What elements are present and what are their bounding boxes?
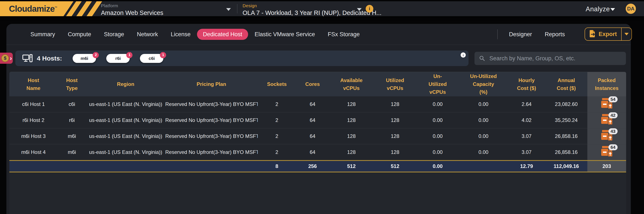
column-header-label: Region — [117, 80, 134, 88]
column-header-available_vcpus[interactable]: Available vCPUs — [329, 72, 374, 96]
chevron-right-icon: › — [10, 55, 12, 61]
tab-fsx-storage[interactable]: FSx Storage — [321, 27, 366, 42]
column-header-unutilized_vcpus[interactable]: Un-Utilized vCPUs — [416, 72, 459, 96]
cell-host_type: r6i — [58, 112, 86, 128]
column-header-sockets[interactable]: Sockets — [258, 72, 296, 96]
column-header-host_type[interactable]: Host Type — [58, 72, 86, 96]
column-header-cores[interactable]: Cores — [296, 72, 329, 96]
search-icon — [479, 55, 485, 61]
column-header-host_name[interactable]: Host Name — [9, 72, 58, 96]
column-header-region[interactable]: Region — [86, 72, 165, 96]
design-caret-icon[interactable] — [357, 8, 362, 11]
cell-sockets: 2 — [258, 112, 296, 128]
cell-packed_instances: 64 — [587, 144, 626, 160]
cell-cores: 64 — [296, 96, 329, 112]
packed-instances-icon[interactable]: 42 — [600, 114, 613, 125]
column-header-packed_instances[interactable]: Packed Instances — [587, 72, 626, 96]
table-row[interactable]: m6i Host 4m6ius-east-1 (US East (N. Virg… — [9, 144, 626, 160]
cell-utilized_vcpus: 128 — [374, 128, 416, 144]
cell-packed_instances: 42 — [587, 112, 626, 128]
platform-value: Amazon Web Services — [101, 9, 163, 17]
nav-reports[interactable]: Reports — [538, 31, 572, 38]
cell-available_vcpus: 128 — [329, 96, 374, 112]
cell-unutilized_capacity: 0.00 — [459, 112, 508, 128]
user-avatar[interactable]: DA — [626, 4, 636, 14]
cell-cores: 64 — [296, 112, 329, 128]
platform-caret-icon[interactable] — [226, 8, 231, 11]
table-row[interactable]: r6i Host 2r6ius-east-1 (US East (N. Virg… — [9, 112, 626, 128]
cell-region: us-east-1 (US East (N. Virginia)) — [86, 112, 165, 128]
nav-divider — [497, 30, 498, 39]
host-computer-icon — [22, 54, 32, 63]
column-header-label: Annual Cost ($) — [555, 76, 578, 92]
tab-license[interactable]: License — [164, 27, 197, 42]
logo-text: Cloudamize™ — [9, 4, 57, 14]
packed-instances-icon[interactable]: 54 — [600, 98, 613, 109]
cell-unutilized_vcpus: 0.00 — [416, 144, 459, 160]
total-region — [86, 160, 165, 172]
total-host_name — [9, 160, 58, 172]
cell-unutilized_vcpus: 0.00 — [416, 128, 459, 144]
cell-annual_cost: 35,250.24 — [545, 112, 587, 128]
design-info-icon[interactable]: i — [366, 5, 373, 13]
column-header-hourly_cost[interactable]: Hourly Cost ($) — [508, 72, 545, 96]
nav-designer[interactable]: Designer — [502, 31, 538, 38]
packed-instances-icon[interactable]: 64 — [600, 146, 613, 157]
table-row[interactable]: c6i Host 1c6ius-east-1 (US East (N. Virg… — [9, 96, 626, 112]
analyze-caret-icon[interactable] — [610, 8, 615, 11]
cell-pricing_plan: Reserved No Upfront(3-Year) BYO MSFT... — [165, 112, 258, 128]
total-available_vcpus: 512 — [329, 160, 374, 172]
packed-instances-icon[interactable]: 43 — [600, 130, 613, 141]
cell-annual_cost: 26,858.16 — [545, 128, 587, 144]
cell-host_name: m6i Host 3 — [9, 128, 58, 144]
design-label: Design — [242, 3, 382, 8]
cell-unutilized_capacity: 0.00 — [459, 96, 508, 112]
cell-host_name: c6i Host 1 — [9, 96, 58, 112]
total-hourly_cost: 12.79 — [508, 160, 545, 172]
export-icon — [589, 30, 596, 38]
cell-sockets: 2 — [258, 128, 296, 144]
cell-packed_instances: 43 — [587, 128, 626, 144]
total-unutilized_vcpus: 0.00 — [416, 160, 459, 172]
column-header-utilized_vcpus[interactable]: Utilized vCPUs — [374, 72, 416, 96]
search-box — [474, 52, 626, 65]
tab-dedicated-host[interactable]: Dedicated Host — [197, 29, 248, 40]
total-packed_instances: 203 — [587, 160, 626, 172]
hosts-info-icon[interactable]: i — [461, 52, 466, 58]
export-main[interactable]: Export — [585, 28, 621, 40]
platform-dropdown[interactable]: Platform Amazon Web Services — [101, 3, 163, 17]
column-header-annual_cost[interactable]: Annual Cost ($) — [545, 72, 587, 96]
chip-r6i[interactable]: r6i1 — [106, 54, 130, 63]
cell-unutilized_vcpus: 0.00 — [416, 96, 459, 112]
total-annual_cost: 112,049.16 — [545, 160, 587, 172]
cell-available_vcpus: 128 — [329, 112, 374, 128]
export-button[interactable]: Export — [584, 28, 632, 41]
cost-side-tab[interactable]: $ › — [0, 53, 13, 64]
search-input[interactable] — [489, 55, 618, 62]
export-label: Export — [599, 31, 617, 38]
dollar-coin-icon: $ — [1, 54, 9, 62]
column-header-pricing_plan[interactable]: Pricing Plan — [165, 72, 258, 96]
tab-storage[interactable]: Storage — [98, 27, 130, 42]
tab-summary[interactable]: Summary — [24, 27, 62, 42]
analyze-menu[interactable]: Analyze — [586, 5, 610, 13]
cell-pricing_plan: Reserved No Upfront(3-Year) BYO MSFT... — [165, 144, 258, 160]
tab-compute[interactable]: Compute — [62, 27, 98, 42]
tab-elastic-vmware-service[interactable]: Elastic VMware Service — [248, 27, 321, 42]
chip-m6i[interactable]: m6i2 — [72, 54, 96, 63]
column-header-unutilized_capacity[interactable]: Un-Utilized Capacity (%) — [459, 72, 508, 96]
export-dropdown-caret[interactable] — [621, 28, 632, 40]
table-header-row: Host NameHost TypeRegionPricing PlanSock… — [9, 72, 626, 96]
cell-unutilized_capacity: 0.00 — [459, 128, 508, 144]
total-host_type — [58, 160, 86, 172]
column-header-label: Host Type — [64, 76, 80, 92]
table-row[interactable]: m6i Host 3m6ius-east-1 (US East (N. Virg… — [9, 128, 626, 144]
cell-available_vcpus: 128 — [329, 144, 374, 160]
app-window: Cloudamize™ Platform Amazon Web Services… — [0, 0, 644, 214]
tab-network[interactable]: Network — [130, 27, 164, 42]
cell-utilized_vcpus: 128 — [374, 96, 416, 112]
chip-c6i[interactable]: c6i1 — [140, 54, 163, 63]
chip-label: r6i — [116, 56, 121, 61]
packed-count-badge: 54 — [608, 96, 618, 102]
chip-count-badge: 2 — [93, 52, 99, 58]
